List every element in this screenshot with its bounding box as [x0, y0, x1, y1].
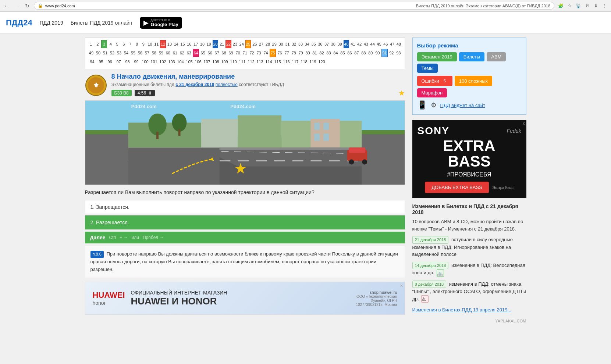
ticket-50[interactable]: 50 [95, 49, 101, 57]
ticket-46[interactable]: 46 [383, 40, 388, 48]
ticket-21[interactable]: 21 [219, 40, 225, 48]
ticket-119[interactable]: 119 [309, 58, 317, 66]
ticket-17[interactable]: 17 [193, 40, 199, 48]
ticket-116[interactable]: 116 [283, 58, 291, 66]
ticket-63[interactable]: 63 [186, 49, 192, 57]
ticket-118[interactable]: 118 [300, 58, 308, 66]
ticket-76[interactable]: 76 [277, 49, 283, 57]
ticket-66[interactable]: 66 [207, 49, 213, 57]
ticket-9[interactable]: 9 [141, 40, 146, 48]
ticket-1[interactable]: 1 [88, 40, 94, 48]
ticket-41[interactable]: 41 [350, 40, 356, 48]
ticket-74[interactable]: 74 [263, 49, 269, 57]
ticket-71[interactable]: 71 [242, 49, 248, 57]
ticket-67[interactable]: 67 [214, 49, 220, 57]
ticket-61[interactable]: 61 [172, 49, 178, 57]
ticket-85[interactable]: 85 [340, 49, 346, 57]
ticket-72[interactable]: 72 [249, 49, 255, 57]
ticket-70[interactable]: 70 [235, 49, 241, 57]
ticket-42[interactable]: 42 [356, 40, 362, 48]
bookmark-icon[interactable]: ★ [398, 89, 405, 97]
ticket-22[interactable]: 22 [225, 40, 231, 48]
ticket-26[interactable]: 26 [252, 40, 257, 48]
ad-box-sony[interactable]: x SONY Feduk EXTRA BASS #ПРОЯВИСЕБЯ ДОБА… [412, 120, 526, 198]
extensions-icon[interactable]: 🧩 [557, 3, 564, 9]
ticket-36[interactable]: 36 [317, 40, 323, 48]
mode-tickets[interactable]: Билеты [459, 52, 484, 61]
address-bar[interactable]: 🔒 www.pdd24.com Билеты ПДД 2019 онлайн Э… [34, 2, 554, 10]
back-button[interactable]: ← [3, 2, 10, 10]
ticket-82[interactable]: 82 [319, 49, 325, 57]
mode-100-hard[interactable]: 100 сложных [455, 76, 492, 86]
ticket-54[interactable]: 54 [123, 49, 129, 57]
ticket-55[interactable]: 55 [130, 49, 136, 57]
ticket-27[interactable]: 27 [258, 40, 264, 48]
ticket-110[interactable]: 110 [230, 58, 238, 66]
ticket-112[interactable]: 112 [247, 58, 255, 66]
widget-link[interactable]: ПДД виджет на сайт [440, 103, 485, 108]
ticket-68[interactable]: 68 [221, 49, 227, 57]
yandex-icon[interactable]: Я [584, 3, 590, 9]
ticket-10[interactable]: 10 [147, 40, 153, 48]
ticket-43[interactable]: 43 [363, 40, 369, 48]
ticket-15[interactable]: 15 [180, 40, 186, 48]
ticket-81[interactable]: 81 [312, 49, 318, 57]
ticket-104[interactable]: 104 [177, 58, 185, 66]
nav-tickets-online[interactable]: Билеты ПДД 2019 онлайн [71, 18, 132, 27]
ticket-69[interactable]: 69 [228, 49, 234, 57]
refresh-button[interactable]: ↻ [24, 2, 31, 10]
answer-option-2[interactable]: 2. Разрешается. [85, 215, 405, 229]
ticket-35[interactable]: 35 [311, 40, 317, 48]
ticket-52[interactable]: 52 [109, 49, 115, 57]
ticket-88[interactable]: 88 [360, 49, 367, 57]
ticket-94[interactable]: 94 [88, 58, 96, 66]
ticket-117[interactable]: 117 [291, 58, 299, 66]
ticket-93[interactable]: 93 [395, 49, 402, 57]
ticket-39[interactable]: 39 [337, 40, 343, 48]
meta-full-link[interactable]: полностью [216, 82, 238, 87]
ticket-34[interactable]: 34 [304, 40, 310, 48]
ticket-3[interactable]: 3 [101, 40, 107, 48]
ticket-95[interactable]: 95 [97, 58, 105, 66]
ticket-64[interactable]: 64 [193, 49, 199, 57]
ticket-73[interactable]: 73 [256, 49, 262, 57]
ticket-77[interactable]: 77 [284, 49, 290, 57]
ticket-56[interactable]: 56 [137, 49, 143, 57]
ticket-100[interactable]: 100 [141, 58, 149, 66]
ticket-13[interactable]: 13 [167, 40, 173, 48]
ticket-96[interactable]: 96 [106, 58, 114, 66]
mode-marathon[interactable]: Марафон [417, 88, 447, 97]
ticket-48[interactable]: 48 [396, 40, 402, 48]
ticket-106[interactable]: 106 [194, 58, 202, 66]
bottom-ad-content[interactable]: HUAWEI honor ОФИЦИАЛЬНЫЙ ИНТЕРНЕТ-МАГАЗИ… [85, 282, 405, 314]
ticket-32[interactable]: 32 [291, 40, 297, 48]
ticket-60[interactable]: 60 [165, 49, 171, 57]
news-link-4[interactable]: Изменения в Билетах ПДД 19 апреля 2019..… [412, 307, 512, 313]
ticket-31[interactable]: 31 [284, 40, 290, 48]
mode-exam-2019[interactable]: Экзамен 2019 [417, 52, 457, 61]
ticket-75[interactable]: 75 [270, 49, 276, 57]
ticket-97[interactable]: 97 [115, 58, 123, 66]
ticket-57[interactable]: 57 [144, 49, 150, 57]
ticket-89[interactable]: 89 [367, 49, 374, 57]
ticket-19[interactable]: 19 [206, 40, 212, 48]
phone-icon[interactable]: 📱 [417, 100, 427, 110]
ticket-78[interactable]: 78 [291, 49, 297, 57]
ticket-44[interactable]: 44 [370, 40, 376, 48]
download-icon[interactable]: ⬇ [593, 3, 599, 9]
ticket-12[interactable]: 12 [160, 40, 166, 48]
ticket-14[interactable]: 14 [173, 40, 179, 48]
ticket-108[interactable]: 108 [212, 58, 220, 66]
ticket-23[interactable]: 23 [232, 40, 238, 48]
ticket-98[interactable]: 98 [124, 58, 132, 66]
nav-pdd-2019[interactable]: ПДД 2019 [40, 18, 63, 27]
ticket-5[interactable]: 5 [114, 40, 120, 48]
ticket-80[interactable]: 80 [305, 49, 311, 57]
ticket-18[interactable]: 18 [199, 40, 205, 48]
ticket-86[interactable]: 86 [347, 49, 353, 57]
pause-icon[interactable]: ⏸ [148, 90, 152, 96]
ticket-16[interactable]: 16 [186, 40, 192, 48]
ticket-109[interactable]: 109 [221, 58, 229, 66]
answer-option-1[interactable]: 1. Запрещается. [85, 200, 405, 214]
mode-avm[interactable]: АВМ [487, 52, 506, 61]
